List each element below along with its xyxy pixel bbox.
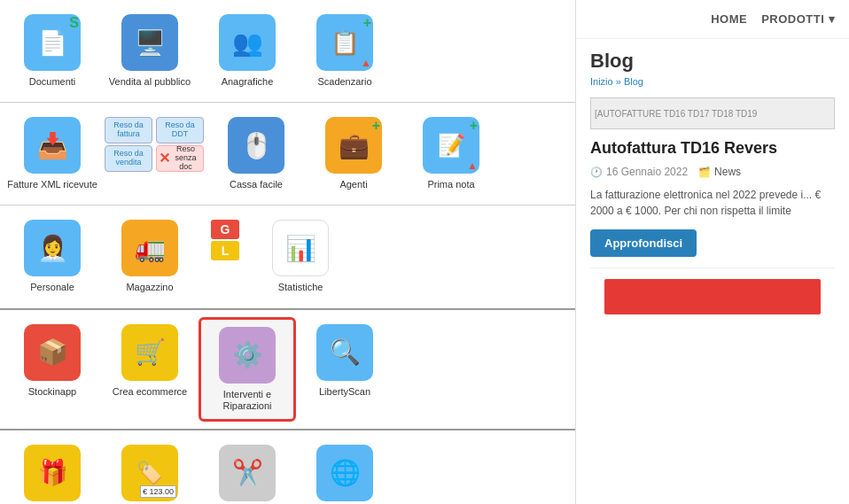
top-grid-section: 📄 S Documenti 🖥️ Vendita al pubblico 👥 A… xyxy=(0,0,575,103)
post-category: 🗂️ News xyxy=(698,166,741,178)
app-gl[interactable]: G L xyxy=(199,213,252,300)
app-ecommerce[interactable]: 🛒 Crea ecommerce xyxy=(101,317,199,422)
app-archiviazione[interactable]: ✂️ Archiviazione atti xyxy=(199,438,296,504)
section3-grid: 🎁 Promozioni 🏷️ € 123.00 Etichette ✂️ Ar… xyxy=(0,430,575,504)
section2-grid: 📦 Stockinapp 🛒 Crea ecommerce ⚙️ Interve… xyxy=(0,310,575,430)
reso-cluster: Reso da fattura Reso da DDT Reso da vend… xyxy=(101,110,207,198)
blog-title: Blog xyxy=(590,50,835,73)
app-magazzino[interactable]: 🚛 Magazzino xyxy=(101,213,199,300)
reso-senza-doc-btn[interactable]: ✕ Reso senza doc xyxy=(156,145,204,172)
blog-section: Blog Inizio » Blog [AUTOFATTURE TD16 TD1… xyxy=(576,39,849,325)
category-icon: 🗂️ xyxy=(698,167,711,178)
post-date: 🕐 16 Gennaio 2022 xyxy=(590,166,688,178)
red-bar xyxy=(604,279,821,314)
app-agenti[interactable]: 💼 + Agenti xyxy=(305,110,402,198)
reso-fattura-btn[interactable]: Reso da fattura xyxy=(105,117,152,143)
breadcrumb-blog[interactable]: Blog xyxy=(624,76,643,87)
app-cashilaly[interactable]: 🌐 Cashilaly xyxy=(296,438,393,504)
app-fatture-xml[interactable]: 📥 Fatture XML ricevute xyxy=(4,110,101,198)
breadcrumb-arrow: » xyxy=(616,76,621,87)
nav-home[interactable]: HOME xyxy=(711,12,747,26)
app-statistiche[interactable]: 📊 Statistiche xyxy=(252,213,349,300)
app-anagrafiche[interactable]: 👥 Anagrafiche xyxy=(199,7,296,95)
app-documenti[interactable]: 📄 S Documenti xyxy=(4,7,101,95)
approfondisci-button[interactable]: Approfondisci xyxy=(590,229,697,257)
breadcrumb: Inizio » Blog xyxy=(590,76,835,87)
app-cassa[interactable]: 🖱️ Cassa facile xyxy=(207,110,305,198)
personale-grid-section: 👩‍💼 Personale 🚛 Magazzino G L 📊 Statisti… xyxy=(0,205,575,309)
right-nav: HOME PRODOTTI ▾ xyxy=(576,0,849,39)
app-personale[interactable]: 👩‍💼 Personale xyxy=(4,213,101,300)
app-interventi[interactable]: ⚙️ Interventi eRiparazioni xyxy=(199,317,296,422)
reso-vendita-btn[interactable]: Reso da vendita xyxy=(105,145,152,172)
reso-ddt-btn[interactable]: Reso da DDT xyxy=(156,117,204,143)
app-vendita[interactable]: 🖥️ Vendita al pubblico xyxy=(101,7,199,95)
left-panel: 📄 S Documenti 🖥️ Vendita al pubblico 👥 A… xyxy=(0,0,576,504)
middle-grid-section: 📥 Fatture XML ricevute Reso da fattura R… xyxy=(0,103,575,205)
app-stockinapp[interactable]: 📦 Stockinapp xyxy=(4,317,101,422)
post-excerpt: La fatturazione elettronica nel 2022 pre… xyxy=(590,187,835,219)
app-etichette[interactable]: 🏷️ € 123.00 Etichette xyxy=(101,438,199,504)
nav-prodotti[interactable]: PRODOTTI ▾ xyxy=(761,12,835,26)
blog-image: [AUTOFATTURE TD16 TD17 TD18 TD19 xyxy=(590,97,835,129)
app-scadenzario[interactable]: 📋 + ▲ Scadenzario xyxy=(296,7,393,95)
app-libertyscan[interactable]: 🔍 LibertyScan xyxy=(296,317,393,422)
breadcrumb-home[interactable]: Inizio xyxy=(590,76,613,87)
app-prima-nota[interactable]: 📝 + ▲ Prima nota xyxy=(402,110,500,198)
post-meta: 🕐 16 Gennaio 2022 🗂️ News xyxy=(590,166,835,178)
right-panel: HOME PRODOTTI ▾ Blog Inizio » Blog [AUTO… xyxy=(576,0,849,504)
post-title: Autofattura TD16 Revers xyxy=(590,138,835,159)
clock-icon: 🕐 xyxy=(590,167,603,178)
divider xyxy=(590,268,835,268)
app-promozioni[interactable]: 🎁 Promozioni xyxy=(4,438,101,504)
